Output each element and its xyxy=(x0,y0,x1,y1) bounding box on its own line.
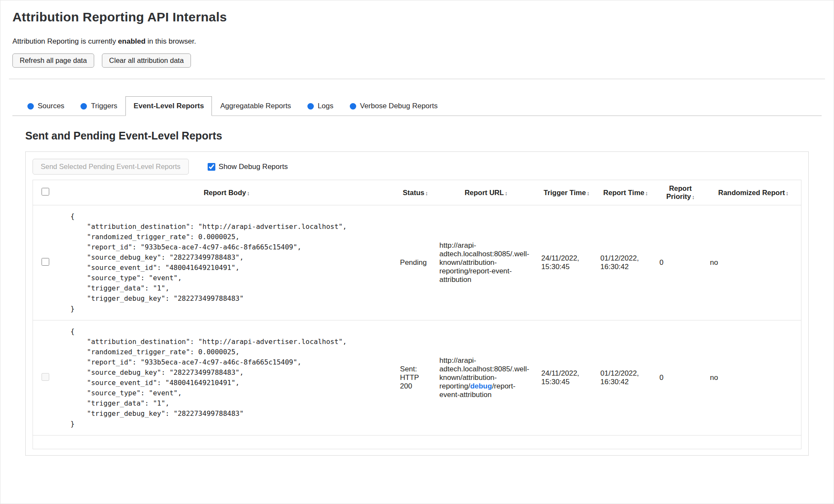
report-url-cell: http://arapi-adtech.localhost:8085/.well… xyxy=(435,205,537,320)
report-row: { "attribution_destination": "http://ara… xyxy=(33,205,801,320)
panel-controls: Send Selected Pending Event-Level Report… xyxy=(33,159,801,175)
table-header-row: Report Body↕ Status↕ Report URL↕ Trigger… xyxy=(33,180,801,205)
report-row: { "attribution_destination": "http://ara… xyxy=(33,320,801,436)
tab-label: Verbose Debug Reports xyxy=(360,102,438,110)
header-divider xyxy=(9,79,825,79)
sort-icon: ↕ xyxy=(786,190,789,196)
tab-label: Event-Level Reports xyxy=(134,102,204,110)
table-footer-spacer xyxy=(33,436,801,449)
tab-logs[interactable]: Logs xyxy=(299,96,342,116)
status-cell: Sent: HTTP 200 xyxy=(396,320,435,436)
report-url-text: http://arapi-adtech.localhost:8085/.well… xyxy=(439,241,529,284)
reports-table: Report Body↕ Status↕ Report URL↕ Trigger… xyxy=(33,180,801,449)
sort-icon: ↕ xyxy=(587,190,590,196)
report-body-cell: { "attribution_destination": "http://ara… xyxy=(58,320,396,436)
randomized-report-cell: no xyxy=(706,320,801,436)
new-data-dot-icon xyxy=(350,103,356,110)
tab-content: Sent and Pending Event-Level Reports Sen… xyxy=(12,130,822,456)
trigger-time-cell: 24/11/2022, 15:30:45 xyxy=(537,320,596,436)
status-suffix: in this browser. xyxy=(146,37,196,45)
reports-panel: Send Selected Pending Event-Level Report… xyxy=(25,151,809,456)
col-header-status[interactable]: Status↕ xyxy=(396,180,435,205)
status-cell: Pending xyxy=(396,205,435,320)
sort-icon: ↕ xyxy=(247,190,250,196)
new-data-dot-icon xyxy=(80,103,87,110)
trigger-time-cell: 24/11/2022, 15:30:45 xyxy=(537,205,596,320)
show-debug-checkbox[interactable] xyxy=(208,163,215,171)
col-header-report-url[interactable]: Report URL↕ xyxy=(435,180,537,205)
report-url-debug-segment: debug xyxy=(470,382,492,390)
send-selected-button[interactable]: Send Selected Pending Event-Level Report… xyxy=(33,159,189,175)
show-debug-label: Show Debug Reports xyxy=(219,163,288,171)
sort-icon: ↕ xyxy=(425,190,428,196)
status-text: Attribution Reporting is currently enabl… xyxy=(12,37,822,46)
row-checkbox[interactable] xyxy=(42,373,49,381)
section-heading: Sent and Pending Event-Level Reports xyxy=(25,130,809,142)
show-debug-toggle[interactable]: Show Debug Reports xyxy=(208,163,288,171)
new-data-dot-icon xyxy=(27,103,34,110)
randomized-report-cell: no xyxy=(706,205,801,320)
clear-all-button[interactable]: Clear all attribution data xyxy=(102,53,191,68)
report-body-json: { "attribution_destination": "http://ara… xyxy=(71,211,392,314)
sort-icon: ↕ xyxy=(505,190,508,196)
col-header-trigger-time[interactable]: Trigger Time↕ xyxy=(537,180,596,205)
report-body-json: { "attribution_destination": "http://ara… xyxy=(71,326,392,429)
refresh-all-button[interactable]: Refresh all page data xyxy=(12,53,94,68)
tab-label: Logs xyxy=(318,102,334,110)
tab-bar: Sources Triggers Event-Level Reports Agg… xyxy=(12,96,822,116)
col-header-report-time[interactable]: Report Time↕ xyxy=(596,180,655,205)
tab-label: Triggers xyxy=(91,102,117,110)
tab-label: Sources xyxy=(38,102,64,110)
report-body-cell: { "attribution_destination": "http://ara… xyxy=(58,205,396,320)
tab-event-level-reports[interactable]: Event-Level Reports xyxy=(125,96,212,116)
report-url-cell: http://arapi-adtech.localhost:8085/.well… xyxy=(435,320,537,436)
select-all-header xyxy=(33,180,58,205)
col-header-report-priority[interactable]: Report Priority↕ xyxy=(655,180,706,205)
sort-icon: ↕ xyxy=(692,194,695,200)
report-priority-cell: 0 xyxy=(655,205,706,320)
report-time-cell: 01/12/2022, 16:30:42 xyxy=(596,205,655,320)
tab-sources[interactable]: Sources xyxy=(19,96,72,116)
page-title: Attribution Reporting API Internals xyxy=(12,10,822,24)
status-prefix: Attribution Reporting is currently xyxy=(12,37,118,45)
col-header-randomized-report[interactable]: Randomized Report↕ xyxy=(706,180,801,205)
status-enabled: enabled xyxy=(118,37,146,45)
new-data-dot-icon xyxy=(307,103,314,110)
sort-icon: ↕ xyxy=(645,190,648,196)
report-priority-cell: 0 xyxy=(655,320,706,436)
row-checkbox-cell xyxy=(33,320,58,436)
tab-triggers[interactable]: Triggers xyxy=(72,96,125,116)
table-footer-row xyxy=(33,436,801,449)
tab-aggregatable-reports[interactable]: Aggregatable Reports xyxy=(212,96,299,116)
toolbar: Refresh all page data Clear all attribut… xyxy=(12,53,822,68)
report-time-cell: 01/12/2022, 16:30:42 xyxy=(596,320,655,436)
col-header-report-body[interactable]: Report Body↕ xyxy=(58,180,396,205)
tab-verbose-debug-reports[interactable]: Verbose Debug Reports xyxy=(342,96,446,116)
select-all-checkbox[interactable] xyxy=(42,188,49,196)
row-checkbox-cell xyxy=(33,205,58,320)
tab-label: Aggregatable Reports xyxy=(220,102,291,110)
row-checkbox[interactable] xyxy=(42,258,49,266)
